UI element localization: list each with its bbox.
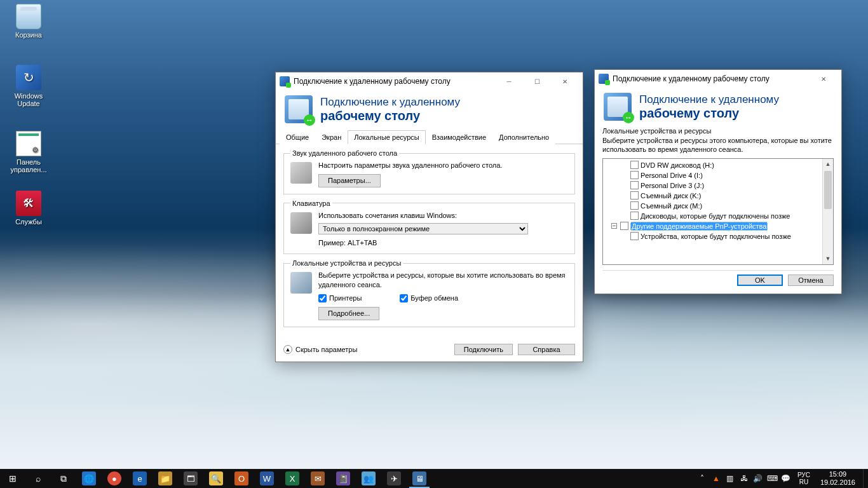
scroll-up-icon[interactable]: ▲: [823, 159, 833, 170]
rdp-app-icon: [280, 76, 290, 86]
taskbar-app[interactable]: 🖥: [407, 469, 432, 488]
language-indicator[interactable]: РУСRU: [795, 471, 813, 485]
taskbar-app[interactable]: e: [127, 469, 153, 488]
tree-label: Дисководы, которые будут подключены позж…: [641, 212, 790, 220]
volume-icon[interactable]: 🔊: [753, 474, 763, 483]
tree-expander-icon[interactable]: −: [611, 223, 617, 229]
rdp-app-icon: [599, 74, 609, 84]
taskbar-app[interactable]: ✉: [305, 469, 330, 488]
taskbar-app[interactable]: O: [229, 469, 254, 488]
tree-row[interactable]: Дисководы, которые будут подключены позж…: [606, 211, 831, 221]
tree-label: Съемный диск (M:): [641, 202, 702, 210]
tab-0[interactable]: Общие: [280, 130, 315, 144]
keyboard-tray-icon[interactable]: ⌨: [767, 474, 777, 483]
titlebar[interactable]: Подключение к удаленному рабочему столу …: [276, 72, 583, 90]
window-title: Подключение к удаленному рабочему столу: [613, 74, 810, 83]
tree-row[interactable]: Personal Drive 3 (J:): [606, 180, 831, 191]
icon-label: Службы: [5, 218, 52, 226]
minimize-button[interactable]: ─: [495, 72, 523, 90]
tree-checkbox[interactable]: [630, 232, 639, 240]
tree-row[interactable]: Устройства, которые будут подключены поз…: [606, 231, 831, 241]
desktop-icon[interactable]: Службы: [5, 191, 52, 226]
scroll-down-icon[interactable]: ▼: [823, 254, 833, 264]
taskbar-app[interactable]: 🌐: [76, 469, 102, 488]
tree-checkbox[interactable]: [630, 201, 639, 210]
tabs: ОбщиеЭкранЛокальные ресурсыВзаимодействи…: [276, 130, 583, 144]
maximize-button[interactable]: ☐: [523, 72, 551, 90]
rdp-banner-icon: [604, 93, 632, 121]
search-button[interactable]: ⌕: [25, 469, 51, 488]
connect-button[interactable]: Подключить: [454, 344, 513, 355]
tree-checkbox[interactable]: [630, 212, 639, 220]
tree-label: Personal Drive 3 (J:): [641, 182, 704, 189]
desktop-icon[interactable]: Корзина: [5, 4, 52, 39]
battery-icon[interactable]: ▥: [725, 474, 735, 483]
local-legend: Локальные устройства и ресурсы: [290, 259, 403, 267]
app-icon: O: [234, 471, 248, 485]
tree-checkbox[interactable]: [630, 171, 639, 179]
titlebar[interactable]: Подключение к удаленному рабочему столу …: [595, 70, 841, 88]
icon-label: Панель управлен...: [5, 158, 52, 173]
taskbar-app[interactable]: W: [254, 469, 280, 488]
close-button[interactable]: ✕: [551, 72, 579, 90]
printers-checkbox[interactable]: Принтеры: [318, 294, 362, 303]
taskbar-app[interactable]: 📓: [330, 469, 356, 488]
tab-1[interactable]: Экран: [315, 130, 348, 144]
keyboard-group: Клавиатура Использовать сочетания клавиш…: [283, 200, 575, 255]
desktop-icon[interactable]: Панель управлен...: [5, 131, 52, 173]
vlc-tray-icon[interactable]: ▲: [711, 474, 721, 483]
taskbar-app[interactable]: 🔍: [203, 469, 229, 488]
tree-row[interactable]: Съемный диск (M:): [606, 201, 831, 211]
scroll-thumb[interactable]: [824, 171, 832, 209]
tree-checkbox[interactable]: [620, 222, 628, 230]
tree-row[interactable]: Personal Drive 4 (I:): [606, 170, 831, 180]
tree-checkbox[interactable]: [630, 181, 639, 189]
keyboard-icon: [290, 212, 312, 234]
rdp-window: Подключение к удаленному рабочему столу …: [275, 72, 583, 362]
local-resources-group: Локальные устройства и ресурсы Выберите …: [283, 259, 575, 327]
task-view-button[interactable]: ⧉: [51, 469, 76, 488]
banner: Подключение к удаленному рабочему столу: [276, 90, 583, 127]
tree-row[interactable]: Съемный диск (K:): [606, 191, 831, 201]
taskbar-app[interactable]: 👥: [356, 469, 381, 488]
tree-checkbox[interactable]: [630, 191, 639, 200]
speaker-icon: [290, 162, 312, 184]
tab-4[interactable]: Дополнительно: [492, 130, 555, 144]
device-tree[interactable]: DVD RW дисковод (H:)Personal Drive 4 (I:…: [602, 158, 834, 265]
action-center-icon[interactable]: 💬: [781, 474, 791, 483]
app-icon: 👥: [362, 471, 376, 485]
tree-label: Съемный диск (K:): [641, 192, 701, 200]
network-icon[interactable]: 🖧: [739, 474, 749, 483]
help-button[interactable]: Справка: [518, 344, 575, 355]
sound-params-button[interactable]: Параметры...: [318, 174, 381, 187]
tree-row[interactable]: DVD RW дисковод (H:): [606, 160, 831, 170]
tree-label: DVD RW дисковод (H:): [641, 161, 714, 169]
di-services-icon: [16, 191, 41, 216]
banner-line2: рабочему столу: [320, 109, 460, 123]
show-desktop-button[interactable]: [863, 469, 867, 488]
taskbar-app[interactable]: 🗔: [178, 469, 203, 488]
tree-checkbox[interactable]: [630, 161, 639, 169]
cancel-button[interactable]: Отмена: [788, 274, 834, 286]
taskbar-app[interactable]: ✈: [381, 469, 407, 488]
keyboard-mode-select[interactable]: Только в полноэкранном режиме: [318, 223, 528, 234]
hide-options-link[interactable]: ▲ Скрыть параметры: [283, 345, 357, 354]
tray-chevron-icon[interactable]: ˄: [697, 474, 707, 483]
taskbar-app[interactable]: ●: [102, 469, 127, 488]
more-button[interactable]: Подробнее...: [318, 307, 379, 320]
scrollbar[interactable]: ▲ ▼: [822, 159, 833, 264]
app-icon: 🔍: [209, 471, 223, 485]
app-icon: ✉: [311, 471, 325, 485]
start-button[interactable]: ⊞: [0, 469, 25, 488]
taskbar-app[interactable]: 📁: [153, 469, 178, 488]
taskbar-app[interactable]: X: [280, 469, 305, 488]
tab-3[interactable]: Взаимодействие: [426, 130, 492, 144]
clock[interactable]: 15:0919.02.2016: [817, 470, 859, 486]
desktop-icon[interactable]: Windows Update: [5, 65, 52, 107]
clipboard-checkbox[interactable]: Буфер обмена: [400, 294, 458, 303]
ok-button[interactable]: OK: [737, 274, 783, 286]
tab-2[interactable]: Локальные ресурсы: [348, 130, 425, 144]
devices-icon: [290, 272, 312, 294]
tree-row[interactable]: −Другие поддерживаемые PnP-устройства: [606, 221, 831, 231]
close-button[interactable]: ✕: [810, 70, 837, 88]
